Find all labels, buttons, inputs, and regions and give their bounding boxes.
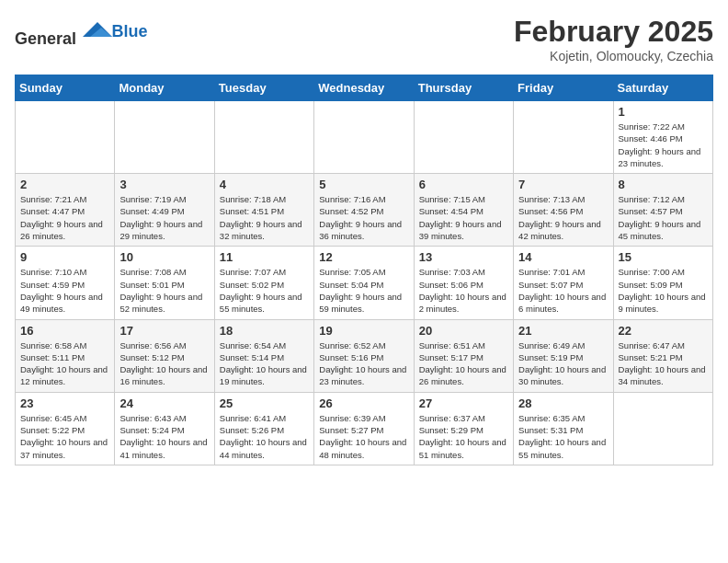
logo-icon [83, 15, 112, 44]
calendar-cell: 17 Sunrise: 6:56 AMSunset: 5:12 PMDaylig… [115, 319, 214, 392]
day-number: 26 [319, 396, 408, 410]
day-info: Sunrise: 7:01 AMSunset: 5:07 PMDaylight:… [518, 267, 606, 314]
day-number: 21 [518, 324, 608, 338]
weekday-header-monday: Monday [115, 75, 214, 101]
calendar-cell [613, 392, 712, 465]
day-number: 8 [619, 178, 708, 191]
calendar-cell: 20 Sunrise: 6:51 AMSunset: 5:17 PMDaylig… [414, 319, 513, 392]
calendar-cell: 23 Sunrise: 6:45 AMSunset: 5:22 PMDaylig… [16, 392, 115, 465]
day-number: 1 [619, 105, 708, 119]
calendar-cell: 28 Sunrise: 6:35 AMSunset: 5:31 PMDaylig… [514, 392, 613, 465]
calendar-cell: 5 Sunrise: 7:16 AMSunset: 4:52 PMDayligh… [314, 174, 414, 247]
calendar-cell: 3 Sunrise: 7:19 AMSunset: 4:49 PMDayligh… [115, 174, 214, 247]
calendar-cell [414, 101, 513, 174]
week-row-4: 16 Sunrise: 6:58 AMSunset: 5:11 PMDaylig… [16, 319, 713, 392]
day-info: Sunrise: 7:21 AMSunset: 4:47 PMDaylight:… [20, 194, 103, 241]
weekday-header-row: SundayMondayTuesdayWednesdayThursdayFrid… [16, 75, 713, 101]
calendar-cell [514, 101, 613, 174]
calendar-cell: 4 Sunrise: 7:18 AMSunset: 4:51 PMDayligh… [214, 174, 313, 247]
logo-general: General [15, 29, 76, 48]
calendar-cell: 26 Sunrise: 6:39 AMSunset: 5:27 PMDaylig… [314, 392, 414, 465]
calendar-cell [115, 101, 214, 174]
page-header: General Blue February 2025 Kojetin, Olom… [15, 15, 713, 63]
day-number: 11 [220, 250, 309, 264]
weekday-header-thursday: Thursday [414, 75, 513, 101]
calendar-cell [314, 101, 414, 174]
day-info: Sunrise: 7:16 AMSunset: 4:52 PMDaylight:… [319, 194, 402, 241]
calendar-cell: 22 Sunrise: 6:47 AMSunset: 5:21 PMDaylig… [613, 319, 712, 392]
day-number: 4 [220, 178, 309, 191]
logo: General Blue [15, 15, 148, 49]
day-info: Sunrise: 6:41 AMSunset: 5:26 PMDaylight:… [220, 413, 307, 460]
day-info: Sunrise: 7:22 AMSunset: 4:46 PMDaylight:… [619, 121, 701, 168]
weekday-header-friday: Friday [514, 75, 613, 101]
day-info: Sunrise: 7:13 AMSunset: 4:56 PMDaylight:… [518, 194, 601, 241]
day-number: 13 [419, 250, 508, 264]
calendar-cell: 16 Sunrise: 6:58 AMSunset: 5:11 PMDaylig… [16, 319, 115, 392]
day-info: Sunrise: 6:35 AMSunset: 5:31 PMDaylight:… [518, 413, 606, 460]
calendar-cell: 24 Sunrise: 6:43 AMSunset: 5:24 PMDaylig… [115, 392, 214, 465]
month-year-title: February 2025 [514, 15, 713, 49]
calendar-cell: 27 Sunrise: 6:37 AMSunset: 5:29 PMDaylig… [414, 392, 513, 465]
calendar-cell: 10 Sunrise: 7:08 AMSunset: 5:01 PMDaylig… [115, 247, 214, 319]
calendar-cell [16, 101, 115, 174]
calendar-cell: 15 Sunrise: 7:00 AMSunset: 5:09 PMDaylig… [613, 247, 712, 319]
day-info: Sunrise: 6:51 AMSunset: 5:17 PMDaylight:… [419, 340, 506, 387]
calendar-cell: 19 Sunrise: 6:52 AMSunset: 5:16 PMDaylig… [314, 319, 414, 392]
day-number: 19 [319, 324, 408, 338]
day-number: 18 [220, 324, 309, 338]
day-number: 15 [619, 250, 708, 264]
day-info: Sunrise: 7:10 AMSunset: 4:59 PMDaylight:… [20, 267, 103, 314]
day-info: Sunrise: 7:05 AMSunset: 5:04 PMDaylight:… [319, 267, 402, 314]
day-info: Sunrise: 6:58 AMSunset: 5:11 PMDaylight:… [20, 340, 108, 387]
day-info: Sunrise: 6:54 AMSunset: 5:14 PMDaylight:… [220, 340, 307, 387]
weekday-header-wednesday: Wednesday [314, 75, 414, 101]
calendar-cell: 1 Sunrise: 7:22 AMSunset: 4:46 PMDayligh… [613, 101, 712, 174]
weekday-header-sunday: Sunday [16, 75, 115, 101]
location-subtitle: Kojetin, Olomoucky, Czechia [514, 49, 713, 63]
week-row-2: 2 Sunrise: 7:21 AMSunset: 4:47 PMDayligh… [16, 174, 713, 247]
day-number: 3 [119, 178, 209, 191]
logo-blue: Blue [112, 22, 148, 40]
day-info: Sunrise: 6:56 AMSunset: 5:12 PMDaylight:… [119, 340, 207, 387]
day-info: Sunrise: 6:39 AMSunset: 5:27 PMDaylight:… [319, 413, 406, 460]
calendar-table: SundayMondayTuesdayWednesdayThursdayFrid… [15, 75, 713, 465]
day-info: Sunrise: 7:07 AMSunset: 5:02 PMDaylight:… [220, 267, 302, 314]
day-info: Sunrise: 6:49 AMSunset: 5:19 PMDaylight:… [518, 340, 606, 387]
calendar-cell: 13 Sunrise: 7:03 AMSunset: 5:06 PMDaylig… [414, 247, 513, 319]
day-number: 24 [119, 396, 209, 410]
day-info: Sunrise: 6:52 AMSunset: 5:16 PMDaylight:… [319, 340, 406, 387]
day-info: Sunrise: 6:45 AMSunset: 5:22 PMDaylight:… [20, 413, 108, 460]
calendar-cell: 25 Sunrise: 6:41 AMSunset: 5:26 PMDaylig… [214, 392, 313, 465]
day-info: Sunrise: 7:19 AMSunset: 4:49 PMDaylight:… [119, 194, 202, 241]
day-info: Sunrise: 7:00 AMSunset: 5:09 PMDaylight:… [619, 267, 706, 314]
day-info: Sunrise: 7:12 AMSunset: 4:57 PMDaylight:… [619, 194, 701, 241]
day-number: 2 [20, 178, 109, 191]
week-row-1: 1 Sunrise: 7:22 AMSunset: 4:46 PMDayligh… [16, 101, 713, 174]
calendar-cell: 12 Sunrise: 7:05 AMSunset: 5:04 PMDaylig… [314, 247, 414, 319]
calendar-cell: 2 Sunrise: 7:21 AMSunset: 4:47 PMDayligh… [16, 174, 115, 247]
calendar-cell: 8 Sunrise: 7:12 AMSunset: 4:57 PMDayligh… [613, 174, 712, 247]
day-info: Sunrise: 7:15 AMSunset: 4:54 PMDaylight:… [419, 194, 502, 241]
day-number: 16 [20, 324, 109, 338]
day-number: 10 [119, 250, 209, 264]
day-number: 7 [518, 178, 608, 191]
weekday-header-tuesday: Tuesday [214, 75, 313, 101]
calendar-cell: 6 Sunrise: 7:15 AMSunset: 4:54 PMDayligh… [414, 174, 513, 247]
day-info: Sunrise: 6:37 AMSunset: 5:29 PMDaylight:… [419, 413, 506, 460]
title-block: February 2025 Kojetin, Olomoucky, Czechi… [514, 15, 713, 63]
calendar-cell: 18 Sunrise: 6:54 AMSunset: 5:14 PMDaylig… [214, 319, 313, 392]
week-row-5: 23 Sunrise: 6:45 AMSunset: 5:22 PMDaylig… [16, 392, 713, 465]
day-info: Sunrise: 7:18 AMSunset: 4:51 PMDaylight:… [220, 194, 302, 241]
day-info: Sunrise: 7:03 AMSunset: 5:06 PMDaylight:… [419, 267, 506, 314]
day-number: 22 [619, 324, 708, 338]
day-number: 20 [419, 324, 508, 338]
calendar-cell: 14 Sunrise: 7:01 AMSunset: 5:07 PMDaylig… [514, 247, 613, 319]
calendar-cell: 9 Sunrise: 7:10 AMSunset: 4:59 PMDayligh… [16, 247, 115, 319]
calendar-cell: 11 Sunrise: 7:07 AMSunset: 5:02 PMDaylig… [214, 247, 313, 319]
calendar-cell: 7 Sunrise: 7:13 AMSunset: 4:56 PMDayligh… [514, 174, 613, 247]
day-number: 5 [319, 178, 408, 191]
day-number: 12 [319, 250, 408, 264]
day-number: 25 [220, 396, 309, 410]
calendar-cell [214, 101, 313, 174]
